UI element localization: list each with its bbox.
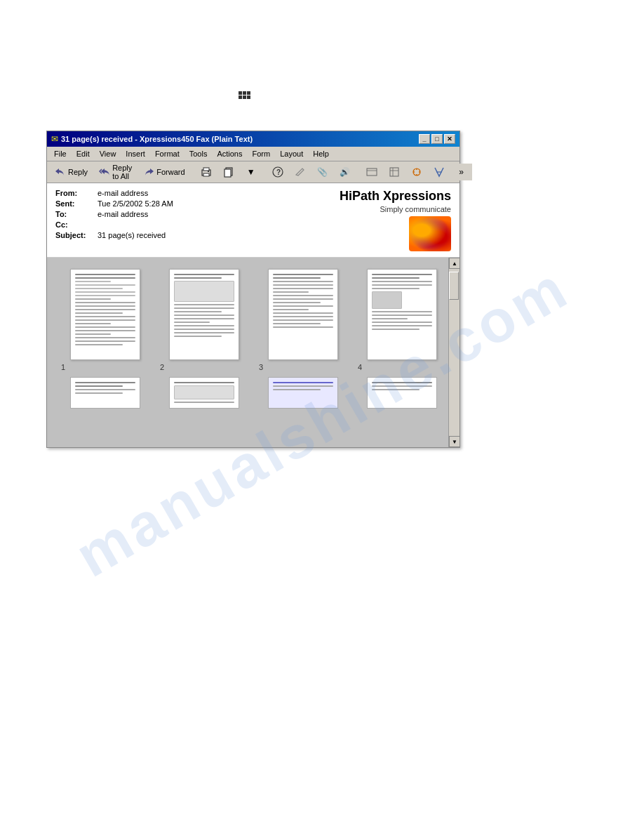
email-window: ✉ 31 page(s) received - Xpressions450 Fa… <box>46 131 460 448</box>
svg-rect-5 <box>224 169 231 177</box>
thumbnail-page-3[interactable]: 3 <box>256 269 349 371</box>
menu-edit[interactable]: Edit <box>72 148 94 159</box>
thumbnail-grid-row2 <box>53 377 454 409</box>
scrollbar[interactable]: ▲ ▼ <box>448 258 459 447</box>
speaker-button[interactable]: 🔊 <box>335 164 356 180</box>
thumbnail-page-1[interactable]: 1 <box>58 269 152 371</box>
reply-icon <box>55 166 66 178</box>
email-body: 1 <box>47 258 459 447</box>
forward-button[interactable]: Forward <box>138 164 189 180</box>
copy-button[interactable] <box>218 164 239 180</box>
tool-icon-5: » <box>456 166 467 178</box>
tool-icon-4 <box>434 166 445 178</box>
svg-rect-8 <box>367 168 377 176</box>
forward-icon <box>143 166 154 178</box>
reply-label: Reply <box>68 168 88 176</box>
to-label: To: <box>55 210 98 218</box>
icon-btn-3[interactable] <box>406 164 427 180</box>
scroll-down-button[interactable]: ▼ <box>449 436 459 447</box>
email-headers: From: e-mail address Sent: Tue 2/5/2002 … <box>47 183 459 258</box>
edit-button[interactable] <box>290 164 311 180</box>
svg-text:?: ? <box>276 168 281 176</box>
title-bar: ✉ 31 page(s) received - Xpressions450 Fa… <box>47 131 459 147</box>
menu-insert[interactable]: Insert <box>121 148 149 159</box>
menu-form[interactable]: Form <box>248 148 274 159</box>
tool-icon-2 <box>389 166 400 178</box>
brand-subtitle: Simply communicate <box>339 205 451 213</box>
from-label: From: <box>55 189 98 197</box>
thumbnail-page-2[interactable]: 2 <box>157 269 250 371</box>
tool-icon-3 <box>411 166 422 178</box>
pencil-icon <box>295 166 306 178</box>
grid-icon <box>239 91 250 99</box>
sent-value: Tue 2/5/2002 5:28 AM <box>98 199 173 208</box>
svg-rect-10 <box>390 168 398 176</box>
subject-label: Subject: <box>55 231 98 239</box>
page-number-1: 1 <box>58 363 65 371</box>
menu-format[interactable]: Format <box>151 148 184 159</box>
brand-logo <box>409 216 451 251</box>
thumbnail-page-8[interactable] <box>355 377 448 409</box>
window-title: 31 page(s) received - Xpressions450 Fax … <box>61 135 253 143</box>
copy-icon <box>223 166 234 178</box>
thumbnail-page-4[interactable]: 4 <box>355 269 448 371</box>
forward-label: Forward <box>156 168 185 176</box>
from-value: e-mail address <box>98 189 148 197</box>
thumbnail-grid-row1: 1 <box>53 263 454 377</box>
scroll-track[interactable] <box>449 269 459 436</box>
close-button[interactable]: ✕ <box>444 134 455 144</box>
icon-btn-1[interactable] <box>361 164 382 180</box>
brand-title: HiPath Xpressions <box>339 189 451 204</box>
page-number-4: 4 <box>355 363 362 371</box>
reply-all-icon <box>99 166 110 178</box>
speaker-icon: 🔊 <box>340 166 351 178</box>
help-icon: ? <box>272 166 283 178</box>
thumbnail-page-6[interactable] <box>157 377 250 409</box>
icon-btn-5[interactable]: » <box>451 164 472 180</box>
cc-label: Cc: <box>55 220 98 229</box>
menu-layout[interactable]: Layout <box>276 148 307 159</box>
paperclip-icon: 📎 <box>317 166 328 178</box>
menu-bar: File Edit View Insert Format Tools Actio… <box>47 147 459 161</box>
envelope-icon: ✉ <box>51 134 58 144</box>
print-icon <box>201 166 212 178</box>
scroll-thumb[interactable] <box>449 272 459 300</box>
to-value: e-mail address <box>98 210 148 218</box>
restore-button[interactable]: □ <box>431 134 443 144</box>
toolbar: Reply Reply to All Forward <box>47 161 459 183</box>
dropdown-arrow-icon: ▼ <box>246 166 257 178</box>
menu-view[interactable]: View <box>95 148 121 159</box>
menu-actions[interactable]: Actions <box>213 148 246 159</box>
menu-help[interactable]: Help <box>309 148 333 159</box>
reply-button[interactable]: Reply <box>50 164 93 180</box>
svg-rect-2 <box>203 173 209 176</box>
thumbnail-page-7[interactable] <box>256 377 349 409</box>
paperclip-button[interactable]: 📎 <box>312 164 333 180</box>
help-button[interactable]: ? <box>267 164 288 180</box>
reply-all-label: Reply to All <box>112 164 132 180</box>
dropdown-arrow-button[interactable]: ▼ <box>241 164 262 180</box>
scroll-up-button[interactable]: ▲ <box>449 258 459 269</box>
subject-value: 31 page(s) received <box>98 231 166 239</box>
tool-icon-1 <box>366 166 377 178</box>
menu-file[interactable]: File <box>50 148 71 159</box>
menu-tools[interactable]: Tools <box>185 148 212 159</box>
page-number-2: 2 <box>157 363 164 371</box>
sent-label: Sent: <box>55 199 98 208</box>
reply-all-button[interactable]: Reply to All <box>94 164 137 180</box>
brand-section: HiPath Xpressions Simply communicate <box>339 189 451 251</box>
print-button[interactable] <box>196 164 217 180</box>
thumbnail-page-5[interactable] <box>58 377 152 409</box>
svg-rect-3 <box>208 171 209 172</box>
svg-rect-1 <box>203 168 209 171</box>
icon-btn-4[interactable] <box>429 164 450 180</box>
icon-btn-2[interactable] <box>384 164 405 180</box>
minimize-button[interactable]: _ <box>419 134 430 144</box>
page-number-3: 3 <box>256 363 263 371</box>
